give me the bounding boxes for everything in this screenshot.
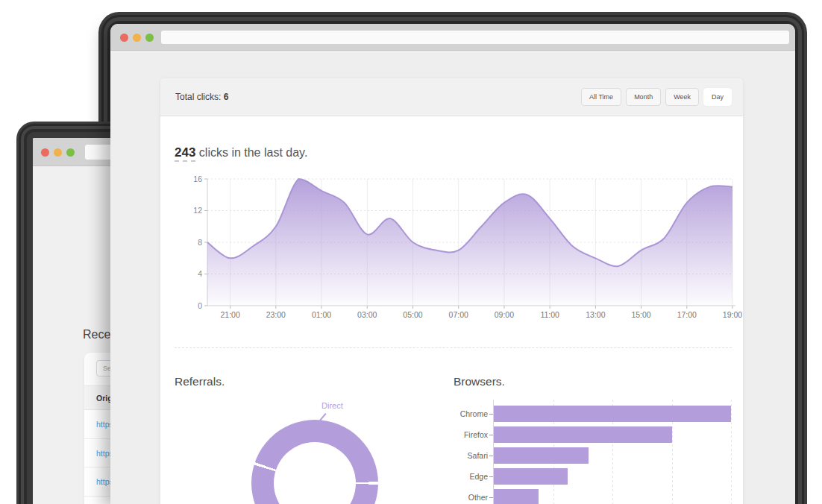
svg-text:13:00: 13:00 (586, 310, 605, 319)
bar-axis-tick (489, 414, 493, 415)
bar-label: Chrome (454, 406, 488, 422)
traffic-light-red-icon[interactable] (41, 148, 49, 157)
filter-button-month[interactable]: Month (626, 88, 661, 106)
bar-row-other: Other (454, 489, 743, 504)
bar-value (494, 426, 672, 443)
front-window-titlebar (110, 24, 795, 51)
bar-value (494, 406, 731, 422)
svg-text:17:00: 17:00 (677, 310, 697, 319)
bar-label: Other (454, 489, 488, 504)
bar-row-firefox: Firefox (454, 426, 743, 443)
donut-slice-label: Direct (321, 401, 343, 410)
svg-text:07:00: 07:00 (449, 310, 468, 319)
total-clicks-label: Total clicks: (175, 92, 224, 102)
svg-text:16: 16 (193, 174, 202, 183)
svg-text:03:00: 03:00 (357, 310, 377, 319)
svg-text:19:00: 19:00 (723, 310, 742, 319)
traffic-light-yellow-icon[interactable] (54, 148, 62, 157)
filter-button-week[interactable]: Week (665, 88, 699, 106)
analytics-card-header: Total clicks: 6 All TimeMonthWeekDay (160, 78, 743, 116)
total-clicks-text: Total clicks: 6 (175, 92, 228, 102)
traffic-light-green-icon[interactable] (145, 34, 154, 42)
time-range-filter-group: All TimeMonthWeekDay (581, 88, 732, 106)
front-browser-window: Total clicks: 6 All TimeMonthWeekDay 243… (110, 24, 795, 504)
browsers-bar-chart: ChromeFirefoxSafariEdgeOther (454, 395, 743, 504)
svg-text:15:00: 15:00 (631, 310, 650, 319)
svg-text:01:00: 01:00 (312, 310, 331, 319)
bar-axis-tick (489, 435, 493, 435)
svg-text:09:00: 09:00 (495, 310, 514, 319)
front-window-url-bar[interactable] (161, 31, 789, 44)
svg-text:11:00: 11:00 (540, 310, 559, 319)
bar-label: Firefox (454, 426, 488, 443)
bar-label: Edge (454, 468, 488, 485)
back-window-controls (41, 148, 75, 157)
svg-text:23:00: 23:00 (266, 310, 286, 319)
svg-text:0: 0 (198, 301, 202, 310)
total-clicks-value: 6 (224, 92, 229, 102)
bar-value (494, 468, 568, 485)
svg-text:8: 8 (198, 238, 202, 247)
front-window-controls (120, 34, 154, 42)
bar-label: Safari (454, 447, 488, 464)
referrals-section-title: Referrals. (175, 375, 225, 388)
svg-text:12: 12 (193, 206, 202, 215)
traffic-light-yellow-icon[interactable] (133, 34, 141, 42)
filter-button-all-time[interactable]: All Time (581, 88, 621, 106)
bar-axis-tick (489, 456, 493, 456)
donut-hole (274, 442, 356, 504)
clicks-count: 243 (175, 145, 195, 162)
clicks-headline-text: clicks in the last day. (195, 146, 307, 159)
svg-text:05:00: 05:00 (403, 310, 422, 319)
bar-value (494, 489, 539, 504)
bar-row-chrome: Chrome (454, 406, 743, 422)
bar-axis-tick (489, 476, 493, 477)
bar-value (494, 447, 589, 464)
svg-text:21:00: 21:00 (220, 310, 239, 319)
filter-button-day[interactable]: Day (703, 88, 732, 106)
svg-text:4: 4 (198, 269, 202, 278)
clicks-area-chart: 21:0023:0001:0003:0005:0007:0009:0011:00… (160, 173, 743, 328)
bar-axis-tick (489, 497, 493, 498)
clicks-headline: 243 clicks in the last day. (175, 145, 307, 160)
traffic-light-red-icon[interactable] (120, 34, 128, 42)
referrals-donut-chart (251, 420, 378, 504)
section-divider (175, 347, 732, 348)
traffic-light-green-icon[interactable] (66, 148, 75, 157)
browsers-section-title: Browsers. (454, 375, 505, 388)
bar-row-edge: Edge (454, 468, 743, 485)
bar-row-safari: Safari (454, 447, 743, 464)
analytics-card: Total clicks: 6 All TimeMonthWeekDay 243… (160, 78, 743, 504)
